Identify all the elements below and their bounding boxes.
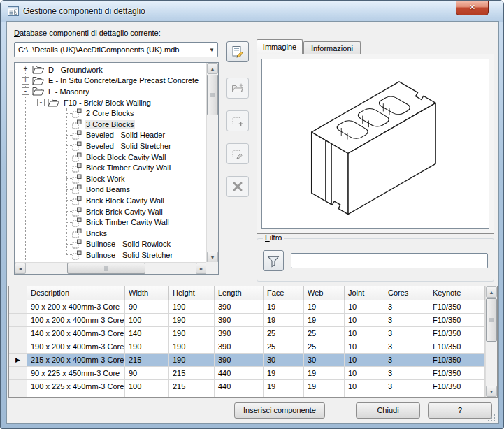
table-cell: 440 [215, 367, 264, 380]
row-selector-cell[interactable] [9, 300, 27, 314]
tree-item[interactable]: 2 Core Blocks [15, 108, 207, 119]
delete-component-button[interactable] [226, 176, 249, 197]
tree-connector-line [66, 168, 72, 168]
close-button[interactable]: ✕ [456, 1, 489, 15]
table-row[interactable]: 90 x 225 x 450mm-3 Core902154401919103F1… [9, 367, 485, 380]
scroll-up-arrow-icon[interactable]: ▲ [486, 286, 497, 298]
tree-item[interactable]: Brick Timber Cavity Wall [15, 217, 207, 228]
table-row[interactable]: 100 x 225 x 450mm-3 Core1002154401919103… [9, 380, 485, 393]
row-selector-cell[interactable] [9, 314, 27, 327]
add-component-button[interactable] [226, 110, 249, 131]
row-selector-cell[interactable]: ▶ [9, 354, 27, 367]
table-cell: F10/350 [429, 340, 485, 354]
database-path-combobox[interactable]: C:\..\Details (UK)\AecDtlComponents (UK)… [14, 42, 218, 57]
table-cell: 3 [384, 380, 429, 393]
tree-item[interactable]: Beveled - Solid Header [15, 130, 207, 141]
tree-item[interactable]: Bond Beams [15, 184, 207, 196]
row-selector-cell[interactable] [9, 393, 27, 398]
table-cell: 100 [125, 314, 169, 327]
component-icon [72, 130, 82, 140]
new-group-button[interactable] [226, 78, 249, 99]
tree-item[interactable]: Beveled - Solid Stretcher [15, 140, 207, 152]
tree-item[interactable]: 3 Core Blocks [15, 119, 207, 130]
tree-expander-icon[interactable]: + [22, 77, 29, 85]
column-header-length[interactable]: Length [215, 286, 264, 300]
table-cell: 19 [304, 314, 345, 327]
tree-item[interactable]: Brick Block Cavity Wall [15, 195, 207, 206]
column-header-keynote[interactable]: Keynote [429, 286, 485, 300]
component-icon [72, 228, 82, 238]
tree-hscrollbar-thumb[interactable] [67, 263, 145, 274]
help-button[interactable]: ? [428, 402, 492, 419]
scroll-down-arrow-icon[interactable]: ▼ [207, 252, 218, 263]
component-tree[interactable]: + D - Groundwork + E - In Situ Concrete/… [14, 62, 219, 275]
tree-expander-icon[interactable]: - [37, 99, 45, 106]
tab-immagine[interactable]: Immagine [257, 39, 303, 54]
tree-item[interactable]: + D - Groundwork [15, 64, 207, 75]
tree-item[interactable]: - F - Masonry [15, 86, 207, 97]
tree-expander-icon[interactable]: + [22, 66, 29, 73]
table-row[interactable]: 190 x 200 x 400mm-3 Core1901903902525103… [9, 340, 485, 354]
column-header-cores[interactable]: Cores [384, 286, 429, 300]
database-path-value: C:\..\Details (UK)\AecDtlComponents (UK)… [15, 45, 206, 54]
tree-item[interactable]: - F10 - Brick/ Block Walling [15, 97, 207, 108]
column-header-height[interactable]: Height [169, 286, 215, 300]
tree-item[interactable]: Bullnose - Solid Stretcher [15, 249, 207, 261]
table-cell: 390 [215, 300, 264, 314]
scroll-right-arrow-icon[interactable]: ► [196, 263, 207, 274]
table-vertical-scrollbar[interactable]: ▲ ▼ [485, 286, 497, 397]
scroll-down-arrow-icon[interactable]: ▼ [486, 386, 497, 397]
row-selector-cell[interactable] [9, 380, 27, 393]
tree-item[interactable]: Bricks [15, 228, 207, 239]
table-scrollbar-thumb[interactable] [486, 298, 497, 342]
table-cell: 140 [125, 393, 169, 398]
row-selector-cell[interactable] [9, 367, 27, 380]
tree-item[interactable]: Block Work [15, 173, 207, 184]
filter-input[interactable] [291, 253, 488, 268]
scroll-left-arrow-icon[interactable]: ◄ [15, 263, 26, 274]
tree-item[interactable]: Bullnose - Solid Rowlock [15, 239, 207, 250]
tree-item[interactable]: Brick Brick Cavity Wall [15, 206, 207, 217]
edit-database-button[interactable] [226, 41, 249, 62]
tree-item[interactable]: Block Block Cavity Wall [15, 152, 207, 163]
size-table[interactable]: DescriptionWidthHeightLengthFaceWebJoint… [8, 286, 498, 398]
table-row[interactable]: ▶215 x 200 x 400mm-3 Core215190390303010… [9, 354, 485, 367]
title-bar[interactable]: Gestione componenti di dettaglio ✕ [1, 1, 503, 22]
table-cell: 215 [169, 367, 215, 380]
table-row[interactable]: 140 x 225 x 450mm-3 Core1402154402525103… [9, 393, 485, 398]
column-header-description[interactable]: Description [27, 286, 125, 300]
insert-component-button[interactable]: Inserisci componente [234, 402, 325, 419]
combobox-dropdown-arrow-icon[interactable]: ▼ [206, 47, 217, 53]
table-row[interactable]: 90 x 200 x 400mm-3 Core901903901919103F1… [9, 300, 485, 314]
tree-vertical-scrollbar[interactable]: ▲ ▼ [206, 63, 218, 263]
tree-expander-icon[interactable]: - [22, 87, 29, 95]
tree-scrollbar-thumb[interactable] [207, 75, 218, 115]
table-cell: 440 [215, 393, 264, 398]
table-cell: 90 x 200 x 400mm-3 Core [27, 300, 125, 314]
dialog-window: Gestione componenti di dettaglio ✕ Datab… [0, 0, 504, 429]
tree-connector-line [66, 145, 72, 146]
tree-item-label: Brick Timber Cavity Wall [85, 218, 171, 226]
scroll-up-arrow-icon[interactable]: ▲ [207, 63, 218, 74]
component-preview-image [261, 59, 489, 229]
column-header-joint[interactable]: Joint [345, 286, 384, 300]
folder-icon [48, 98, 59, 107]
resize-grip[interactable] [488, 420, 489, 421]
close-dialog-button[interactable]: Chiudi [356, 402, 420, 419]
apply-filter-button[interactable] [263, 250, 284, 271]
tree-horizontal-scrollbar[interactable]: ◄ ► [15, 262, 207, 274]
table-cell: 25 [304, 340, 345, 354]
column-header-width[interactable]: Width [125, 286, 169, 300]
column-header-web[interactable]: Web [304, 286, 345, 300]
column-header-face[interactable]: Face [264, 286, 304, 300]
component-icon [72, 174, 82, 184]
row-selector-cell[interactable] [9, 340, 27, 354]
edit-component-button[interactable] [226, 143, 249, 164]
tree-item[interactable]: Block Timber Cavity Wall [15, 162, 207, 173]
component-icon [72, 163, 82, 173]
tree-item[interactable]: + E - In Situ Concrete/Large Precast Con… [15, 75, 207, 87]
row-selector-cell[interactable] [9, 327, 27, 340]
tab-informazioni[interactable]: Informazioni [303, 41, 361, 54]
table-row[interactable]: 100 x 200 x 400mm-3 Core1001903901919103… [9, 314, 485, 327]
table-row[interactable]: 140 x 200 x 400mm-3 Core1401903902525103… [9, 327, 485, 340]
